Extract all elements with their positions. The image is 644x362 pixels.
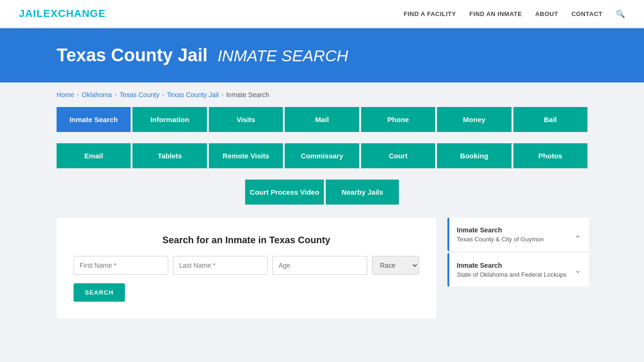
sidebar-card-texas-county-heading: Inmate Search (457, 226, 544, 234)
tab-commissary[interactable]: Commissary (285, 143, 359, 168)
race-select[interactable]: Race White Black Hispanic Asian Other (372, 256, 419, 275)
tab-court[interactable]: Court (361, 143, 435, 168)
tab-mail[interactable]: Mail (285, 107, 359, 132)
breadcrumb-texas-county[interactable]: Texas County (119, 91, 159, 99)
search-form-title: Search for an Inmate in Texas County (74, 235, 419, 246)
breadcrumb-current: Inmate Search (226, 91, 269, 99)
age-input[interactable] (272, 256, 367, 275)
logo-part2-highlight: EXCHANGE (43, 8, 106, 19)
breadcrumb-texas-county-jail[interactable]: Texas County Jail (167, 91, 219, 99)
content-area: Search for an Inmate in Texas County Rac… (38, 218, 606, 319)
breadcrumb-home[interactable]: Home (57, 91, 74, 99)
main-content: Inmate Search Information Visits Mail Ph… (0, 107, 644, 337)
hero-title-italic: INMATE SEARCH (217, 47, 348, 65)
tab-court-process-video[interactable]: Court Process Video (245, 180, 324, 205)
page-title: Texas County Jail INMATE SEARCH (57, 45, 625, 66)
search-fields: Race White Black Hispanic Asian Other (74, 256, 419, 275)
nav-contact[interactable]: CONTACT (571, 10, 603, 17)
logo-part1: JAIL (19, 8, 43, 19)
sidebar-card-texas-county-text: Inmate Search Texas County & City of Guy… (457, 226, 544, 243)
tab-visits[interactable]: Visits (209, 107, 283, 132)
chevron-down-icon-2: ⌄ (574, 265, 581, 275)
tab-remote-visits[interactable]: Remote Visits (209, 143, 283, 168)
search-icon[interactable]: 🔍 (616, 9, 625, 18)
nav-find-inmate[interactable]: FIND AN INMATE (469, 10, 522, 17)
sidebar-card-oklahoma-subtext: State of Oklahoma and Federal Lockups (457, 271, 567, 278)
nav-about[interactable]: ABOUT (535, 10, 558, 17)
tab-money[interactable]: Money (437, 107, 511, 132)
hero-banner: Texas County Jail INMATE SEARCH (0, 28, 644, 82)
last-name-input[interactable] (173, 256, 268, 275)
breadcrumb-sep-4: › (222, 91, 223, 98)
breadcrumb-oklahoma[interactable]: Oklahoma (82, 91, 112, 99)
tab-photos[interactable]: Photos (513, 143, 587, 168)
tab-row-3: Court Process Video Nearby Jails (38, 180, 606, 205)
sidebar-card-texas-county-subtext: Texas County & City of Guymon (457, 236, 544, 243)
first-name-input[interactable] (74, 256, 168, 275)
tab-bail[interactable]: Bail (513, 107, 587, 132)
main-nav: FIND A FACILITY FIND AN INMATE ABOUT CON… (404, 9, 625, 18)
tab-inmate-search[interactable]: Inmate Search (57, 107, 131, 132)
chevron-down-icon: ⌄ (574, 230, 581, 240)
tab-nearby-jails[interactable]: Nearby Jails (326, 180, 399, 205)
sidebar: Inmate Search Texas County & City of Guy… (447, 218, 589, 288)
breadcrumb-sep-1: › (77, 91, 79, 98)
breadcrumb: Home › Oklahoma › Texas County › Texas C… (0, 82, 644, 107)
tab-tablets[interactable]: Tablets (132, 143, 206, 168)
sidebar-card-oklahoma[interactable]: Inmate Search State of Oklahoma and Fede… (447, 253, 589, 287)
nav-find-facility[interactable]: FIND A FACILITY (404, 10, 456, 17)
sidebar-card-oklahoma-text: Inmate Search State of Oklahoma and Fede… (457, 262, 567, 278)
search-button[interactable]: SEARCH (74, 283, 125, 302)
hero-title-main: Texas County Jail (57, 45, 207, 65)
sidebar-card-oklahoma-heading: Inmate Search (457, 262, 567, 269)
tab-phone[interactable]: Phone (361, 107, 435, 132)
breadcrumb-sep-3: › (162, 91, 164, 98)
tab-email[interactable]: Email (57, 143, 131, 168)
tab-row-2: Email Tablets Remote Visits Commissary C… (38, 143, 606, 168)
breadcrumb-sep-2: › (115, 91, 116, 98)
tab-row-1: Inmate Search Information Visits Mail Ph… (38, 107, 606, 132)
tab-booking[interactable]: Booking (437, 143, 511, 168)
sidebar-card-texas-county[interactable]: Inmate Search Texas County & City of Guy… (447, 218, 589, 251)
tab-information[interactable]: Information (132, 107, 206, 132)
search-panel: Search for an Inmate in Texas County Rac… (57, 218, 436, 319)
logo[interactable]: JAILEXCHANGE (19, 8, 106, 20)
header: JAILEXCHANGE FIND A FACILITY FIND AN INM… (0, 0, 644, 28)
